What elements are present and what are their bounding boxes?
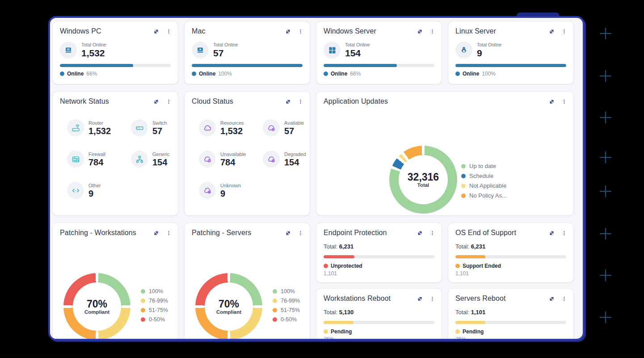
patching-legend: 100% 76-99% 51-75% 0-50%: [141, 288, 168, 323]
legend-item: 100%: [141, 288, 168, 295]
expand-icon: [548, 29, 555, 36]
card-patching-workstations: Patching - Workstations 70% Compliant 10…: [53, 223, 178, 341]
legend-label: 51-75%: [149, 307, 168, 313]
online-progress-track: [324, 64, 434, 67]
plus-marker: [600, 185, 611, 197]
online-value: 100%: [482, 71, 496, 77]
card-title: Workstations Reboot: [324, 295, 391, 303]
kebab-icon: [429, 297, 435, 303]
legend-dot: [461, 184, 466, 188]
menu-button[interactable]: [297, 27, 304, 36]
kebab-icon: [561, 231, 567, 238]
status-item-degraded: Degraded154: [263, 151, 310, 168]
expand-button[interactable]: [152, 97, 160, 106]
expand-icon: [417, 231, 423, 238]
expand-icon: [548, 100, 555, 106]
kebab-icon: [298, 100, 303, 106]
card-application-updates: Application Updates 32,316 Total Up to d…: [316, 92, 573, 215]
metric-value: 9: [477, 48, 501, 58]
legend-dot: [273, 299, 277, 303]
expand-button[interactable]: [547, 27, 556, 36]
legend-item: 0-50%: [273, 316, 300, 323]
expand-icon: [285, 29, 291, 36]
legend-item: Up to date: [461, 163, 507, 169]
menu-button[interactable]: [165, 27, 173, 36]
menu-button[interactable]: [429, 27, 436, 36]
donut-total-value: 32,316: [408, 172, 439, 182]
expand-button[interactable]: [152, 27, 160, 36]
legend-dot: [324, 329, 328, 334]
generic-device-icon: [131, 151, 148, 168]
expand-button[interactable]: [152, 229, 160, 237]
online-progress-track: [455, 64, 566, 67]
total-value: 6,231: [471, 243, 486, 250]
legend-label: Support Ended: [463, 263, 501, 269]
expand-button[interactable]: [547, 295, 556, 303]
status-item-switch: Switch57: [131, 119, 178, 136]
legend-label: 76-99%: [281, 298, 300, 304]
expand-icon: [285, 100, 291, 106]
card-title: Windows Server: [324, 27, 376, 35]
online-value: 100%: [218, 71, 232, 77]
card-title: Application Updates: [324, 97, 388, 105]
menu-button[interactable]: [560, 97, 568, 106]
online-progress-fill: [192, 64, 303, 67]
expand-button[interactable]: [416, 229, 424, 237]
expand-icon: [153, 100, 160, 106]
menu-button[interactable]: [429, 295, 436, 303]
kebab-icon: [561, 100, 567, 106]
expand-button[interactable]: [284, 229, 292, 237]
kebab-icon: [166, 100, 172, 106]
menu-button[interactable]: [165, 97, 173, 106]
online-progress-fill: [324, 64, 397, 67]
windows-logo-icon: [324, 42, 341, 59]
card-title: Linux Server: [455, 27, 496, 35]
status-value: 154: [152, 158, 170, 167]
menu-button[interactable]: [560, 229, 568, 237]
expand-button[interactable]: [547, 229, 556, 237]
menu-button[interactable]: [429, 229, 436, 237]
legend-item: No Policy As...: [461, 192, 507, 199]
metric-label: Total Online: [81, 42, 106, 47]
online-dot: [455, 72, 460, 76]
expand-button[interactable]: [547, 97, 556, 106]
expand-button[interactable]: [284, 97, 292, 106]
expand-button[interactable]: [284, 27, 292, 36]
patching-donut-chart: 70% Compliant: [63, 273, 130, 340]
card-title: Cloud Status: [192, 97, 233, 105]
legend-dot: [461, 164, 466, 168]
menu-button[interactable]: [560, 295, 568, 303]
status-label: Available: [284, 120, 304, 126]
expand-button[interactable]: [416, 295, 424, 303]
menu-button[interactable]: [297, 229, 304, 237]
status-item-firewall: Firewall784: [67, 151, 131, 168]
legend-label: Pending: [331, 329, 352, 335]
legend-label: 76-99%: [149, 298, 168, 304]
legend-dot: [141, 317, 145, 322]
card-os-end-of-support: OS End of Support Total: 6,231 Support E…: [448, 223, 573, 282]
donut-compliance-value: 70%: [87, 299, 107, 309]
menu-button[interactable]: [165, 229, 173, 237]
legend-label: Not Applicable: [469, 182, 506, 189]
total-label: Total:: [324, 243, 337, 250]
online-progress-track: [60, 64, 171, 67]
expand-button[interactable]: [416, 27, 424, 36]
menu-button[interactable]: [560, 27, 568, 36]
expand-icon: [548, 297, 555, 303]
online-label: Online: [331, 71, 347, 77]
kebab-icon: [166, 231, 172, 238]
plus-marker: [600, 70, 611, 82]
card-title: Windows PC: [60, 27, 101, 35]
card-title: Mac: [192, 27, 206, 35]
expand-icon: [417, 29, 423, 36]
legend-label: Unprotected: [331, 263, 362, 269]
status-item-router: Router1,532: [67, 119, 131, 136]
legend-dot: [273, 308, 277, 312]
metric-value: 57: [213, 48, 238, 58]
status-value: 784: [220, 158, 246, 167]
menu-button[interactable]: [297, 97, 304, 106]
card-title: Endpoint Protection: [324, 229, 387, 237]
online-dot: [60, 72, 64, 76]
dashboard-panel: Windows PC Total Online 1,532 Online 66%…: [48, 16, 585, 341]
legend-label: Pending: [463, 329, 484, 335]
